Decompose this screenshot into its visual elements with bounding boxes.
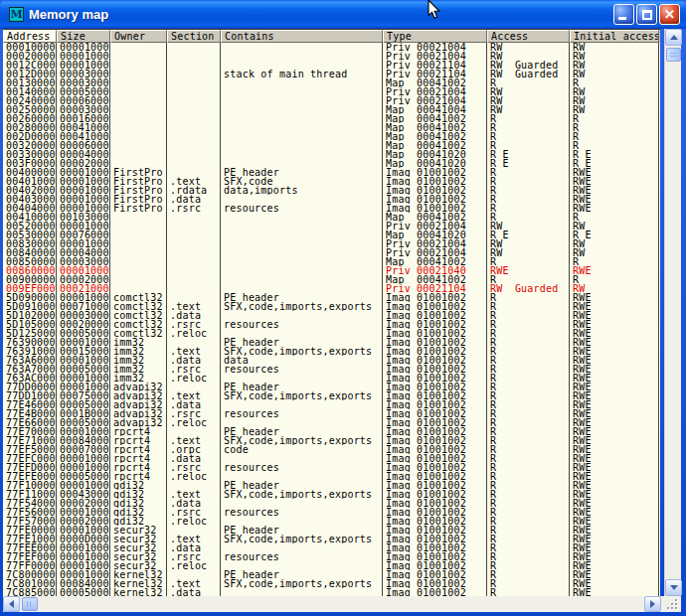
table-row[interactable]: 7C80100000084000kernel32.textSFX,code,im… xyxy=(3,579,660,588)
table-row[interactable]: 77E6600000005000advapi32.relocImag 01001… xyxy=(3,418,660,427)
vertical-scroll-thumb[interactable] xyxy=(666,48,681,62)
table-row[interactable]: 003F000000002000Map 00041020R ER E xyxy=(3,159,660,168)
cell-owner: imm32 xyxy=(110,347,167,356)
table-row[interactable]: 0040200000001000FirstPro.rdatadata,impor… xyxy=(3,186,660,195)
table-row[interactable]: 5D09000000001000comctl32PE headerImag 01… xyxy=(3,293,660,302)
table-row[interactable]: 0013000000003000Map 00041002RR xyxy=(3,78,660,87)
table-row[interactable]: 0012D00000003000stack of main threadPriv… xyxy=(3,70,660,78)
arrow-up-icon xyxy=(670,35,678,40)
table-row[interactable]: 002D000000041000Map 00041002RR xyxy=(3,132,660,141)
table-row[interactable]: 0086000000001000Priv 00021040RWERWE xyxy=(3,266,660,275)
table-row[interactable]: 763A700000005000imm32.rsrcresourcesImag … xyxy=(3,365,660,374)
table-row[interactable]: 0028000000041000Map 00041002RR xyxy=(3,123,660,132)
cell-size: 00001000 xyxy=(57,454,110,463)
cell-access: R E xyxy=(487,159,570,168)
table-row[interactable]: 77FE10000000D000secur32.textSFX,code,imp… xyxy=(3,535,660,543)
table-row[interactable]: 0090000000002000Map 00041002RR xyxy=(3,275,660,284)
cell-initial-access: RWE xyxy=(570,356,659,365)
table-row[interactable]: 0040100000001000FirstPro.textSFX,codeIma… xyxy=(3,177,660,186)
column-header-owner[interactable]: Owner xyxy=(110,30,167,43)
table-row[interactable]: 009EF00000021000Priv 00021104RW GuardedR… xyxy=(3,284,660,293)
table-row[interactable]: 77EF500000007000rpcrt4.orpccodeImag 0100… xyxy=(3,445,660,454)
resize-grip[interactable] xyxy=(661,596,681,612)
table-row[interactable]: 77E7100000084000rpcrt4.textSFX,code,impo… xyxy=(3,436,660,445)
table-row[interactable]: 77F1100000043000gdi32.textSFX,code,impor… xyxy=(3,490,660,499)
table-row[interactable]: 77E4600000005000advapi32.dataImag 010010… xyxy=(3,400,660,409)
vertical-scrollbar[interactable] xyxy=(664,29,681,596)
table-row[interactable]: 77F5600000001000gdi32.rsrcresourcesImag … xyxy=(3,508,660,517)
table-row[interactable]: 0025000000003000Map 00041004RWRW xyxy=(3,105,660,114)
table-row[interactable]: 763AC00000001000imm32.relocImag 01001002… xyxy=(3,374,660,383)
table-row[interactable]: 7639100000015000imm32.textSFX,code,impor… xyxy=(3,347,660,356)
table-row[interactable]: 0002000000001000Priv 00021004RWRW xyxy=(3,52,660,61)
cell-section: .rdata xyxy=(167,186,221,195)
cell-section: .orpc xyxy=(167,445,221,454)
table-row[interactable]: 0052000000001000Priv 00021004RWRW xyxy=(3,222,660,231)
horizontal-scroll-thumb[interactable] xyxy=(22,597,38,611)
table-row[interactable]: 77EFD00000001000rpcrt4.rsrcresourcesImag… xyxy=(3,463,660,472)
table-row[interactable]: 0041000000103000Map 00041002RR xyxy=(3,213,660,222)
column-header-address[interactable]: Address xyxy=(3,30,57,43)
table-row[interactable]: 77E7000000001000rpcrt4PE headerImag 0100… xyxy=(3,427,660,436)
table-row[interactable]: 5D10200000003000comctl32.dataImag 010010… xyxy=(3,311,660,320)
table-row[interactable]: 7639000000001000imm32PE headerImag 01001… xyxy=(3,338,660,347)
table-row[interactable]: 0014000000005000Priv 00021004RWRW xyxy=(3,87,660,96)
table-row[interactable]: 5D10500000020000comctl32.rsrcresourcesIm… xyxy=(3,320,660,329)
table-row[interactable]: 77F1000000001000gdi32PE headerImag 01001… xyxy=(3,481,660,490)
table-row[interactable]: 0040000000001000FirstProPE headerImag 01… xyxy=(3,168,660,177)
table-row[interactable]: 77FE000000001000secur32PE headerImag 010… xyxy=(3,526,660,535)
scroll-up-button[interactable] xyxy=(665,29,682,46)
cell-type: Priv 00021004 xyxy=(383,87,487,96)
table-row[interactable]: 0024000000006000Priv 00021004RWRW xyxy=(3,96,660,105)
table-row[interactable]: 7C80000000001000kernel32PE headerImag 01… xyxy=(3,570,660,579)
table-row[interactable]: 0053000000076000Map 00041020R ER E xyxy=(3,231,660,239)
cell-size: 00002000 xyxy=(57,275,110,284)
table-row[interactable]: 0032000000006000Map 00041002RR xyxy=(3,141,660,150)
column-header-initial-access[interactable]: Initial access xyxy=(570,30,659,43)
minimize-button[interactable] xyxy=(613,4,634,25)
table-row[interactable]: 0012C00000001000Priv 00021104RW GuardedR… xyxy=(3,61,660,70)
table-row[interactable]: 77FF000000001000secur32.relocImag 010010… xyxy=(3,561,660,570)
cell-owner: advapi32 xyxy=(110,391,167,400)
table-row[interactable]: 77F5700000002000gdi32.relocImag 01001002… xyxy=(3,517,660,526)
table-row[interactable]: 0040300000001000FirstPro.dataImag 010010… xyxy=(3,195,660,204)
scroll-right-button[interactable] xyxy=(644,596,661,612)
table-row[interactable]: 5D12500000005000comctl32.relocImag 01001… xyxy=(3,329,660,338)
table-row[interactable]: 0026000000016000Map 00041002RR xyxy=(3,114,660,123)
cell-section xyxy=(167,231,221,239)
table-row[interactable]: 0040400000001000FirstPro.rsrcresourcesIm… xyxy=(3,204,660,213)
titlebar[interactable]: M Memory map ✕ xyxy=(0,0,686,29)
cell-access: R xyxy=(487,168,570,177)
table-row[interactable]: 77E4B0000001B000advapi32.rsrcresourcesIm… xyxy=(3,409,660,418)
table-row[interactable]: 763A600000001000imm32.datadataImag 01001… xyxy=(3,356,660,365)
column-header-contains[interactable]: Contains xyxy=(221,30,383,43)
table-row[interactable]: 77DD000000001000advapi32PE headerImag 01… xyxy=(3,383,660,391)
cell-address: 00330000 xyxy=(3,150,57,159)
table-row[interactable]: 77EFE00000005000rpcrt4.relocImag 0100100… xyxy=(3,472,660,481)
cell-type: Imag 01001002 xyxy=(383,320,487,329)
table-row[interactable]: 7C88500000005000kernel32.dataImag 010010… xyxy=(3,588,660,596)
horizontal-scrollbar[interactable] xyxy=(3,596,661,612)
column-header-section[interactable]: Section xyxy=(167,30,221,43)
cell-type: Imag 01001002 xyxy=(383,186,487,195)
table-row[interactable]: 77EFC00000001000rpcrt4.dataImag 01001002… xyxy=(3,454,660,463)
column-header-size[interactable]: Size xyxy=(57,30,110,43)
scroll-down-button[interactable] xyxy=(665,579,682,596)
table-row[interactable]: 77FEE00000001000secur32.dataImag 0100100… xyxy=(3,543,660,552)
scroll-left-button[interactable] xyxy=(3,596,20,612)
table-row[interactable]: 0085000000003000Map 00041002RR xyxy=(3,257,660,266)
table-row[interactable]: 0033000000004000Map 00041020R ER E xyxy=(3,150,660,159)
table-row[interactable]: 5D09100000071000comctl32.textSFX,code,im… xyxy=(3,302,660,311)
table-row[interactable]: 0084000000004000Priv 00021004RWRW xyxy=(3,248,660,257)
maximize-button[interactable] xyxy=(636,4,657,25)
table-row[interactable]: 77FEF00000001000secur32.rsrcresourcesIma… xyxy=(3,552,660,561)
cell-address: 003F0000 xyxy=(3,159,57,168)
table-row[interactable]: 77DD100000075000advapi32.textSFX,code,im… xyxy=(3,391,660,400)
table-row[interactable]: 0083000000001000Priv 00021004RWRW xyxy=(3,239,660,248)
table-row[interactable]: 77F5400000002000gdi32.dataImag 01001002R… xyxy=(3,499,660,508)
close-button[interactable]: ✕ xyxy=(659,4,680,25)
cell-section: .rsrc xyxy=(167,508,221,517)
column-header-access[interactable]: Access xyxy=(487,30,570,43)
column-header-type[interactable]: Type xyxy=(383,30,487,43)
table-row[interactable]: 0001000000001000Priv 00021004RWRW xyxy=(3,43,660,52)
